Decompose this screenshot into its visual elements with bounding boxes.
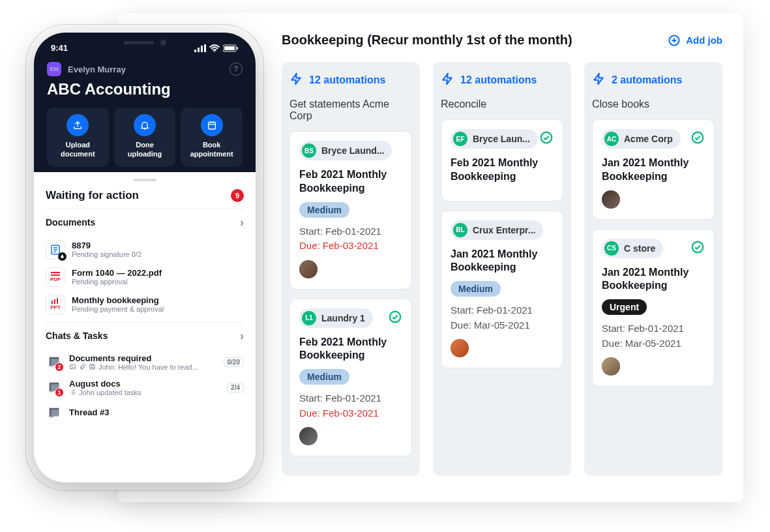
- assignee-avatar[interactable]: [602, 190, 620, 209]
- kanban-column: 12 automations Get statements Acme Corp …: [282, 62, 420, 476]
- document-row[interactable]: PPT Monthly bookkeepingPending payment &…: [46, 291, 244, 318]
- chat-meta: John updated tasks: [69, 389, 220, 396]
- doc-title: Form 1040 — 2022.pdf: [72, 268, 244, 278]
- column-name: Reconcile: [441, 98, 563, 110]
- svg-rect-17: [70, 364, 75, 368]
- bolt-icon: [592, 72, 605, 88]
- battery-icon: [223, 44, 239, 52]
- clock: 9:41: [51, 43, 68, 53]
- client-tag[interactable]: BS Bryce Laund...: [299, 141, 392, 160]
- chat-icon: 1: [46, 379, 63, 396]
- automations-link[interactable]: 12 automations: [441, 72, 563, 88]
- chat-title: August docs: [69, 379, 220, 389]
- client-name: Crux Enterpr...: [473, 225, 535, 235]
- job-card[interactable]: BS Bryce Laund... Feb 2021 Monthly Bookk…: [289, 131, 412, 289]
- action-upload[interactable]: Uploaddocument: [47, 108, 109, 167]
- start-date: Start: Feb-01-2021: [299, 224, 402, 239]
- task-count-pill: 2/4: [227, 383, 244, 392]
- job-card[interactable]: AC Acme Corp Jan 2021 Monthly Bookkeepin…: [592, 119, 715, 220]
- help-icon[interactable]: ?: [230, 63, 243, 76]
- action-calendar[interactable]: Bookappointment: [181, 108, 243, 167]
- client-chip: AC: [604, 132, 619, 146]
- check-circle-icon: [539, 130, 554, 147]
- upload-icon: [67, 114, 89, 136]
- due-date: Due: Feb-03-2021: [299, 406, 402, 421]
- svg-point-18: [71, 366, 72, 366]
- svg-rect-10: [224, 46, 235, 50]
- action-bell[interactable]: Doneuploading: [114, 108, 176, 167]
- svg-rect-11: [237, 47, 238, 50]
- document-row[interactable]: 8879Pending signature 0/2: [46, 236, 244, 263]
- column-name: Get statements Acme Corp: [289, 98, 412, 122]
- column-name: Close books: [592, 98, 715, 110]
- chat-title: Documents required: [69, 353, 217, 363]
- phone-frame: 9:41 EM Evelyn Murray ? ABC Accounting U…: [34, 33, 256, 482]
- client-chip: EF: [453, 132, 467, 146]
- card-title: Jan 2021 Monthly Bookkeeping: [602, 156, 705, 184]
- doc-status: Pending approval: [72, 278, 244, 286]
- job-card[interactable]: L1 Laundry 1 Feb 2021 Monthly Bookkeepin…: [289, 299, 412, 457]
- assignee-avatar[interactable]: [602, 357, 620, 376]
- job-card[interactable]: BL Crux Enterpr... Jan 2021 Monthly Book…: [441, 211, 563, 369]
- due-date: Due: Feb-03-2021: [299, 239, 402, 254]
- svg-rect-14: [52, 301, 53, 304]
- org-title: ABC Accounting: [47, 80, 243, 98]
- doc-title: 8879: [72, 241, 244, 250]
- bell-icon: [134, 114, 156, 136]
- client-tag[interactable]: AC Acme Corp: [602, 129, 681, 149]
- start-date: Start: Feb-01-2021: [299, 391, 402, 406]
- svg-rect-7: [201, 46, 203, 52]
- chats-header[interactable]: Chats & Tasks ›: [46, 322, 244, 349]
- client-tag[interactable]: EF Bryce Laun...: [451, 129, 538, 149]
- card-title: Jan 2021 Monthly Bookkeeping: [602, 266, 705, 293]
- automations-link[interactable]: 2 automations: [592, 72, 715, 88]
- unread-dot: 1: [55, 388, 64, 397]
- assignee-avatar[interactable]: [451, 339, 469, 357]
- start-date: Start: Feb-01-2021: [451, 303, 554, 318]
- client-tag[interactable]: L1 Laundry 1: [299, 308, 373, 328]
- automations-label: 2 automations: [612, 74, 682, 86]
- user-avatar[interactable]: EM: [47, 62, 61, 76]
- client-tag[interactable]: CS C store: [602, 239, 663, 258]
- chevron-right-icon: ›: [240, 216, 244, 229]
- job-card[interactable]: CS C store Jan 2021 Monthly BookkeepingU…: [592, 229, 715, 387]
- priority-badge: Medium: [299, 369, 349, 385]
- svg-rect-19: [90, 364, 95, 369]
- due-date: Due: Mar-05-2021: [602, 336, 705, 351]
- doc-title: Monthly bookkeeping: [72, 295, 244, 305]
- start-date: Start: Feb-01-2021: [602, 321, 705, 336]
- calendar-icon: [201, 114, 223, 136]
- chat-icon: [46, 404, 63, 421]
- doc-status: Pending payment & approval: [72, 305, 244, 313]
- bolt-icon: [289, 72, 303, 88]
- chat-row[interactable]: 2 Documents required John: Hello! You ha…: [46, 349, 244, 375]
- sheet-handle[interactable]: [133, 179, 156, 181]
- priority-badge: Urgent: [602, 299, 647, 315]
- lock-icon: [58, 252, 67, 261]
- add-job-label: Add job: [686, 35, 722, 46]
- chat-title: Thread #3: [69, 407, 244, 417]
- client-tag[interactable]: BL Crux Enterpr...: [451, 220, 543, 240]
- check-circle-icon: [388, 310, 402, 327]
- waiting-count-badge: 9: [231, 189, 244, 202]
- svg-rect-12: [208, 122, 215, 129]
- card-title: Feb 2021 Monthly Bookkeeping: [299, 168, 402, 196]
- check-circle-icon: [690, 130, 705, 147]
- job-card[interactable]: EF Bryce Laun... Feb 2021 Monthly Bookke…: [441, 119, 563, 201]
- documents-header[interactable]: Documents ›: [46, 209, 244, 236]
- assignee-avatar[interactable]: [299, 260, 318, 278]
- unread-dot: 2: [55, 362, 64, 372]
- priority-badge: Medium: [299, 202, 349, 218]
- due-date: Due: Mar-05-2021: [451, 318, 554, 333]
- chat-row[interactable]: Thread #3: [46, 400, 244, 425]
- add-job-button[interactable]: Add job: [668, 34, 722, 47]
- assignee-avatar[interactable]: [299, 427, 318, 445]
- client-name: Bryce Laund...: [321, 145, 384, 156]
- client-chip: BL: [453, 223, 467, 237]
- waiting-title: Waiting for action: [46, 189, 139, 202]
- automations-link[interactable]: 12 automations: [289, 72, 412, 88]
- user-name: Evelyn Murray: [68, 65, 126, 74]
- chat-row[interactable]: 1 August docs John updated tasks 2/4: [46, 375, 244, 400]
- svg-rect-8: [204, 44, 206, 52]
- document-row[interactable]: PDF Form 1040 — 2022.pdfPending approval: [46, 263, 244, 291]
